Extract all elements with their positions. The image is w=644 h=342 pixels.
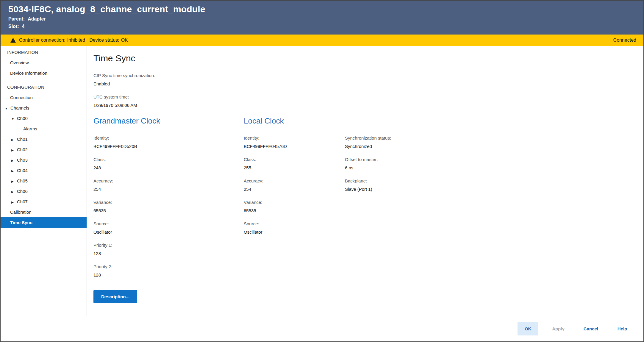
chevron-right-icon[interactable]: ▶ xyxy=(11,197,15,207)
panel-title: Time Sync xyxy=(93,52,643,64)
gm-accuracy-field: Accuracy: 254 xyxy=(93,178,244,192)
device-status: Device status:OK xyxy=(89,38,128,43)
lc-variance-field: Variance: 65535 xyxy=(244,199,345,214)
chevron-right-icon[interactable]: ▶ xyxy=(11,166,15,176)
cip-sync-value: Enabled xyxy=(93,81,643,87)
cip-sync-label: CIP Sync time synchronization: xyxy=(93,73,643,79)
sidebar-item-ch02[interactable]: ▶Ch02 xyxy=(1,144,87,155)
grandmaster-clock-section: Grandmaster Clock Identity: BCF499FFFE0D… xyxy=(93,115,244,303)
page-title: 5034-IF8C, analog_8_channe_current_modul… xyxy=(8,4,636,14)
utc-time-field: UTC system time: 1/29/1970 5:08:06 AM xyxy=(93,94,643,108)
time-sync-panel: Time Sync CIP Sync time synchronization:… xyxy=(87,46,643,316)
local-clock-heading: Local Clock xyxy=(244,115,345,126)
chevron-right-icon[interactable]: ▶ xyxy=(11,176,15,187)
sidebar-item-overview[interactable]: Overview xyxy=(1,57,87,68)
chevron-right-icon[interactable]: ▶ xyxy=(11,145,15,155)
gm-priority1-field: Priority 1: 128 xyxy=(93,242,244,257)
navigation-sidebar: INFORMATION Overview Device Information … xyxy=(1,46,87,316)
slot-value: 4 xyxy=(22,24,25,29)
lc-class-field: Class: 255 xyxy=(244,157,345,171)
parent-label: Parent: xyxy=(8,16,25,21)
sidebar-item-ch00[interactable]: ▼Ch00 xyxy=(1,113,87,124)
chevron-right-icon[interactable]: ▶ xyxy=(11,135,15,145)
local-clock-section: Local Clock Identity: BCF499FFFE04576D C… xyxy=(244,115,345,303)
nav-section-information: INFORMATION xyxy=(1,47,87,57)
main-area: INFORMATION Overview Device Information … xyxy=(1,46,643,316)
utc-time-label: UTC system time: xyxy=(93,94,643,100)
sidebar-item-channels[interactable]: ▼Channels xyxy=(1,103,87,113)
gm-class-field: Class: 248 xyxy=(93,157,244,171)
sidebar-item-ch07[interactable]: ▶Ch07 xyxy=(1,196,87,207)
backplane-field: Backplane: Slave (Port 1) xyxy=(345,178,643,192)
chevron-down-icon[interactable]: ▼ xyxy=(11,114,15,124)
sidebar-item-connection[interactable]: Connection xyxy=(1,92,87,103)
apply-button[interactable]: Apply xyxy=(547,322,570,335)
parent-value: Adapter xyxy=(28,16,46,21)
gm-variance-field: Variance: 65535 xyxy=(93,199,244,214)
cancel-button[interactable]: Cancel xyxy=(578,322,604,335)
chevron-right-icon[interactable]: ▶ xyxy=(11,187,15,197)
description-button[interactable]: Description... xyxy=(93,290,137,303)
chevron-down-icon[interactable]: ▼ xyxy=(5,103,9,114)
sync-status-field: Synchronization status: Synchronized xyxy=(345,135,643,149)
sidebar-item-ch03[interactable]: ▶Ch03 xyxy=(1,155,87,165)
module-header: 5034-IF8C, analog_8_channe_current_modul… xyxy=(1,1,643,35)
sidebar-item-ch01[interactable]: ▶Ch01 xyxy=(1,134,87,144)
parent-line: Parent:Adapter xyxy=(8,16,636,22)
warning-triangle-icon xyxy=(10,38,16,43)
lc-identity-field: Identity: BCF499FFFE04576D xyxy=(244,135,345,149)
lc-accuracy-field: Accuracy: 254 xyxy=(244,178,345,192)
grandmaster-clock-heading: Grandmaster Clock xyxy=(93,115,244,126)
cip-sync-field: CIP Sync time synchronization: Enabled xyxy=(93,73,643,87)
dialog-footer: OK Apply Cancel Help xyxy=(1,316,643,341)
gm-priority2-field: Priority 2: 128 xyxy=(93,264,244,278)
gm-identity-field: Identity: BCF499FFFE0D520B xyxy=(93,135,244,149)
slot-label: Slot: xyxy=(8,24,19,29)
status-bar: Controller connection:Inhibited Device s… xyxy=(1,35,643,46)
sidebar-item-ch05[interactable]: ▶Ch05 xyxy=(1,176,87,186)
heading-spacer xyxy=(345,115,643,135)
sidebar-item-ch06[interactable]: ▶Ch06 xyxy=(1,186,87,196)
ok-button[interactable]: OK xyxy=(518,322,538,335)
chevron-right-icon[interactable]: ▶ xyxy=(11,155,15,166)
help-button[interactable]: Help xyxy=(612,322,633,335)
slot-line: Slot:4 xyxy=(8,24,636,29)
sidebar-item-time-sync[interactable]: Time Sync xyxy=(1,217,87,228)
offset-to-master-field: Offset to master: 6 ns xyxy=(345,157,643,171)
lc-source-field: Source: Oscillator xyxy=(244,221,345,235)
connection-state: Connected xyxy=(613,38,636,43)
nav-list: INFORMATION Overview Device Information … xyxy=(1,47,87,228)
controller-connection-status: Controller connection:Inhibited xyxy=(19,38,85,43)
sidebar-item-calibration[interactable]: Calibration xyxy=(1,207,87,217)
gm-source-field: Source: Oscillator xyxy=(93,221,244,235)
sidebar-item-device-information[interactable]: Device Information xyxy=(1,68,87,78)
clock-columns: Grandmaster Clock Identity: BCF499FFFE0D… xyxy=(93,115,643,303)
sidebar-item-ch04[interactable]: ▶Ch04 xyxy=(1,165,87,176)
utc-time-value: 1/29/1970 5:08:06 AM xyxy=(93,102,643,108)
sync-status-section: Synchronization status: Synchronized Off… xyxy=(345,115,643,303)
nav-section-configuration: CONFIGURATION xyxy=(1,82,87,92)
sidebar-item-alarms[interactable]: Alarms xyxy=(1,124,87,134)
